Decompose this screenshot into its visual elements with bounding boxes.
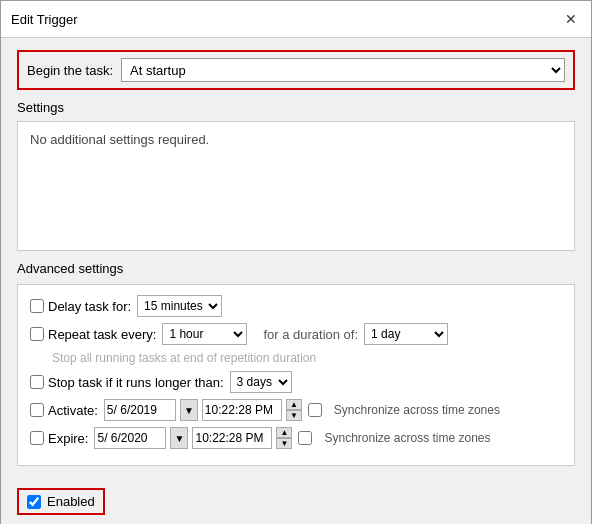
enabled-section: Enabled	[1, 488, 591, 524]
stop-all-row: Stop all running tasks at end of repetit…	[52, 351, 562, 365]
expire-date-picker-button[interactable]: ▼	[170, 427, 188, 449]
begin-task-row: Begin the task: At startup On a schedule…	[17, 50, 575, 90]
activate-time-down-button[interactable]: ▼	[286, 410, 302, 421]
repeat-task-select[interactable]: 15 minutes 1 hour 2 hours	[162, 323, 247, 345]
repeat-task-label[interactable]: Repeat task every:	[30, 327, 156, 342]
activate-checkbox[interactable]	[30, 403, 44, 417]
activate-date-input[interactable]	[104, 399, 176, 421]
expire-sync-checkbox[interactable]	[298, 431, 312, 445]
duration-select[interactable]: 1 hour 1 day 3 days Indefinitely	[364, 323, 448, 345]
activate-date-group: ▼ ▲ ▼	[104, 399, 302, 421]
begin-task-label: Begin the task:	[27, 63, 113, 78]
activate-date-picker-button[interactable]: ▼	[180, 399, 198, 421]
activate-row: Activate: ▼ ▲ ▼ Synchronize across time …	[30, 399, 562, 421]
stop-all-label: Stop all running tasks at end of repetit…	[52, 351, 316, 365]
expire-row: Expire: ▼ ▲ ▼ Synchronize across time zo…	[30, 427, 562, 449]
expire-time-spinner: ▲ ▼	[276, 427, 292, 449]
repeat-task-row: Repeat task every: 15 minutes 1 hour 2 h…	[30, 323, 562, 345]
expire-time-input[interactable]	[192, 427, 272, 449]
close-button[interactable]: ✕	[561, 9, 581, 29]
activate-sync-checkbox[interactable]	[308, 403, 322, 417]
expire-label[interactable]: Expire:	[30, 431, 88, 446]
advanced-section-label: Advanced settings	[17, 261, 575, 276]
delay-task-checkbox[interactable]	[30, 299, 44, 313]
expire-date-group: ▼ ▲ ▼	[94, 427, 292, 449]
title-bar: Edit Trigger ✕	[1, 1, 591, 38]
dialog-body: Begin the task: At startup On a schedule…	[1, 38, 591, 488]
expire-time-up-button[interactable]: ▲	[276, 427, 292, 438]
settings-section-label: Settings	[17, 100, 575, 115]
expire-date-input[interactable]	[94, 427, 166, 449]
no-settings-text: No additional settings required.	[30, 132, 209, 147]
stop-task-checkbox[interactable]	[30, 375, 44, 389]
stop-task-select[interactable]: 1 hour 3 days 7 days	[230, 371, 292, 393]
delay-task-row: Delay task for: 15 minutes 30 minutes 1 …	[30, 295, 562, 317]
expire-sync-label: Synchronize across time zones	[324, 431, 490, 445]
enabled-row: Enabled	[17, 488, 105, 515]
advanced-box: Delay task for: 15 minutes 30 minutes 1 …	[17, 284, 575, 466]
delay-task-label[interactable]: Delay task for:	[30, 299, 131, 314]
settings-box: No additional settings required.	[17, 121, 575, 251]
expire-checkbox[interactable]	[30, 431, 44, 445]
activate-time-spinner: ▲ ▼	[286, 399, 302, 421]
expire-time-down-button[interactable]: ▼	[276, 438, 292, 449]
edit-trigger-dialog: Edit Trigger ✕ Begin the task: At startu…	[0, 0, 592, 524]
stop-task-label[interactable]: Stop task if it runs longer than:	[30, 375, 224, 390]
begin-task-select[interactable]: At startup On a schedule At log on At id…	[121, 58, 565, 82]
delay-task-select[interactable]: 15 minutes 30 minutes 1 hour 2 hours	[137, 295, 222, 317]
activate-label[interactable]: Activate:	[30, 403, 98, 418]
repeat-task-checkbox[interactable]	[30, 327, 44, 341]
enabled-label: Enabled	[47, 494, 95, 509]
activate-time-input[interactable]	[202, 399, 282, 421]
activate-time-up-button[interactable]: ▲	[286, 399, 302, 410]
activate-sync-label: Synchronize across time zones	[334, 403, 500, 417]
enabled-checkbox[interactable]	[27, 495, 41, 509]
duration-label: for a duration of:	[263, 327, 358, 342]
dialog-title: Edit Trigger	[11, 12, 77, 27]
stop-task-row: Stop task if it runs longer than: 1 hour…	[30, 371, 562, 393]
